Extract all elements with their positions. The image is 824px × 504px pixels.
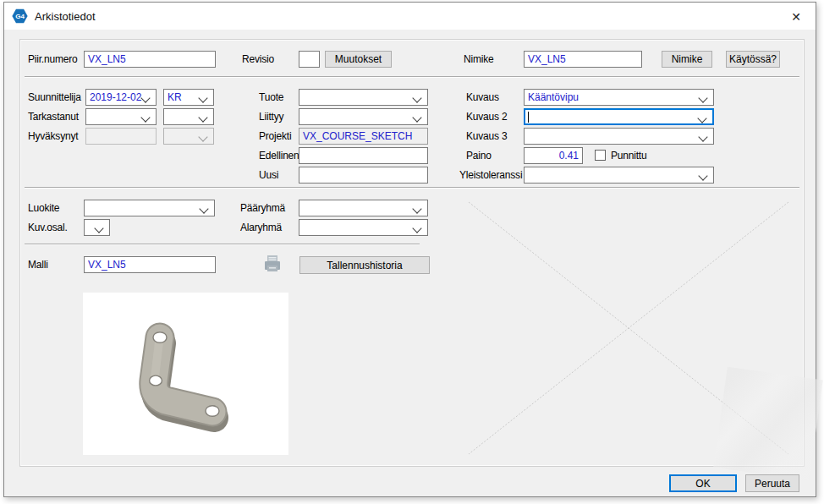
separator (25, 244, 420, 245)
projekti-field[interactable]: VX_COURSE_SKETCH (299, 128, 428, 145)
piir-numero-label: Piir.numero (28, 53, 78, 66)
kuvaus3-combo[interactable] (524, 128, 714, 145)
paaryhma-combo[interactable] (299, 200, 428, 216)
text-caret (528, 112, 529, 123)
paino-label: Paino (466, 150, 492, 162)
projekti-label: Projekti (259, 130, 291, 143)
printer-icon (263, 254, 282, 274)
alaryhma-combo[interactable] (299, 219, 428, 236)
malli-value: VX_LN5 (88, 259, 126, 271)
nimike-field[interactable]: VX_LN5 (524, 51, 642, 68)
luokite-label: Luokite (28, 202, 59, 215)
revisio-field[interactable] (299, 51, 320, 68)
close-icon[interactable]: ✕ (783, 7, 809, 26)
edellinen-label: Edellinen (259, 150, 299, 162)
chevron-down-icon (140, 93, 150, 102)
kuvaus3-label: Kuvaus 3 (466, 130, 507, 143)
chevron-down-icon (698, 93, 707, 102)
kuv-osal-label: Kuv.osal. (28, 222, 68, 234)
kuvaus-label: Kuvaus (466, 91, 499, 104)
suunnittelija-date-value: 2019-12-02 (90, 91, 141, 103)
piir-numero-value: VX_LN5 (88, 53, 126, 65)
liittyy-label: Liittyy (259, 111, 283, 123)
chevron-down-icon (412, 204, 421, 213)
suunnittelija-signature-value: KR (168, 91, 182, 103)
liittyy-combo[interactable] (299, 108, 428, 125)
kuvaus-value: Kääntövipu (528, 91, 579, 103)
hyvaksynyt-date-field (85, 128, 157, 145)
tallennushistoria-button[interactable]: Tallennushistoria (299, 256, 430, 274)
tarkastanut-label: Tarkastanut (28, 111, 79, 123)
paaryhma-label: Pääryhmä (240, 202, 285, 215)
tuote-label: Tuote (259, 91, 283, 104)
title-bar[interactable]: G4 Arkistotiedot ✕ (4, 3, 816, 30)
watermark-reflection (713, 367, 823, 481)
dialog-title: Arkistotiedot (35, 10, 96, 23)
luokite-combo[interactable] (84, 200, 215, 216)
hyvaksynyt-label: Hyväksynyt (28, 130, 78, 143)
chevron-down-icon (412, 93, 421, 102)
paino-value: 0.41 (559, 150, 579, 162)
kuvaus2-label: Kuvaus 2 (466, 111, 507, 123)
paino-field[interactable]: 0.41 (524, 147, 583, 164)
piir-numero-field[interactable]: VX_LN5 (84, 51, 216, 68)
edellinen-field[interactable] (299, 147, 428, 164)
suunnittelija-label: Suunnittelija (28, 91, 81, 104)
bracket-part-drawing (83, 293, 288, 455)
nimike-button[interactable]: Nimike (662, 51, 712, 68)
nimike-label: Nimike (464, 53, 493, 66)
chevron-down-icon (697, 113, 706, 123)
kuvaus-combo[interactable]: Kääntövipu (524, 89, 714, 106)
chevron-down-icon (94, 223, 103, 233)
revisio-label: Revisio (242, 53, 274, 66)
yleistoleranssi-combo[interactable] (524, 167, 714, 184)
separator (25, 76, 799, 78)
tarkastanut-signature-combo[interactable] (163, 108, 214, 125)
malli-field[interactable]: VX_LN5 (84, 256, 216, 273)
kuvaus2-combo[interactable] (524, 108, 714, 125)
muutokset-button[interactable]: Muutokset (325, 51, 392, 68)
chevron-down-icon (198, 112, 207, 122)
projekti-value: VX_COURSE_SKETCH (303, 130, 412, 142)
peruuta-button[interactable]: Peruuta (745, 474, 799, 492)
malli-label: Malli (28, 259, 48, 271)
chevron-down-icon (198, 93, 207, 102)
archive-info-dialog: G4 Arkistotiedot ✕ Piir.numero VX_LN5 Re… (3, 2, 816, 497)
alaryhma-label: Alaryhmä (240, 222, 282, 234)
tuote-combo[interactable] (299, 89, 428, 106)
part-preview-image (83, 293, 288, 455)
punnittu-checkbox[interactable] (595, 150, 606, 161)
uusi-label: Uusi (259, 169, 278, 182)
yleistoleranssi-label: Yleistoleranssi (459, 169, 522, 182)
suunnittelija-signature-combo[interactable]: KR (163, 89, 214, 106)
uusi-field[interactable] (299, 167, 428, 184)
ok-button[interactable]: OK (669, 474, 737, 492)
app-icon: G4 (12, 8, 28, 24)
chevron-down-icon (698, 132, 707, 141)
suunnittelija-date-combo[interactable]: 2019-12-02 (85, 89, 157, 106)
chevron-down-icon (412, 112, 421, 122)
nimike-value: VX_LN5 (528, 53, 566, 65)
chevron-down-icon (412, 223, 421, 233)
chevron-down-icon (199, 204, 208, 213)
separator (25, 187, 799, 189)
chevron-down-icon (698, 171, 707, 180)
kaytossa-button[interactable]: Käytössä? (726, 51, 780, 68)
tarkastanut-date-combo[interactable] (85, 108, 157, 125)
chevron-down-icon (140, 112, 150, 122)
kuv-osal-combo[interactable] (84, 219, 110, 236)
chevron-down-icon (198, 132, 207, 141)
hyvaksynyt-signature-combo[interactable] (163, 128, 214, 145)
punnittu-label[interactable]: Punnittu (611, 150, 646, 162)
